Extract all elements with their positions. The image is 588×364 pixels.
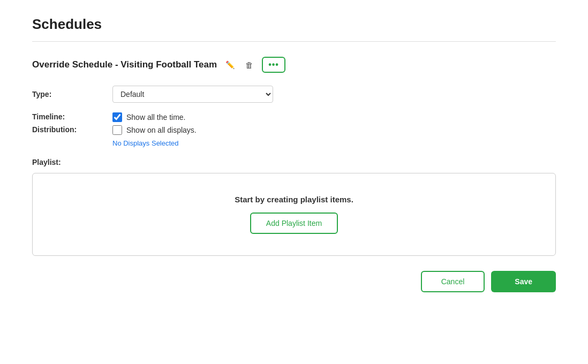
timeline-row: Timeline: Show all the time. (32, 112, 556, 122)
add-playlist-item-button[interactable]: Add Playlist Item (250, 213, 338, 234)
page-container: Schedules Override Schedule - Visiting F… (0, 0, 588, 308)
edit-schedule-button[interactable]: ✏️ (223, 58, 237, 71)
action-buttons: Cancel Save (32, 271, 556, 292)
more-dots-icon: ••• (268, 60, 279, 70)
playlist-empty-message: Start by creating playlist items. (235, 195, 353, 204)
timeline-label: Timeline: (32, 112, 112, 121)
distribution-checkbox-label: Show on all displays. (126, 126, 197, 134)
delete-schedule-button[interactable]: 🗑 (243, 58, 255, 72)
type-row: Type: Default Custom Override (32, 86, 556, 103)
playlist-section: Playlist: Start by creating playlist ite… (32, 158, 556, 256)
save-button[interactable]: Save (491, 271, 556, 292)
type-label: Type: (32, 90, 112, 98)
page-divider (32, 41, 556, 42)
type-select[interactable]: Default Custom Override (112, 86, 273, 103)
trash-icon: 🗑 (245, 60, 253, 70)
playlist-label: Playlist: (32, 158, 556, 166)
timeline-checkbox-label: Show all the time. (126, 113, 186, 122)
page-title: Schedules (32, 16, 556, 33)
timeline-checkbox[interactable] (112, 112, 122, 122)
pencil-icon: ✏️ (225, 60, 235, 69)
timeline-checkbox-container: Show all the time. (112, 112, 186, 122)
distribution-checkbox[interactable] (112, 125, 122, 135)
distribution-row: Distribution: Show on all displays. (32, 125, 556, 135)
distribution-checkbox-container: Show on all displays. (112, 125, 197, 135)
distribution-label: Distribution: (32, 125, 112, 134)
no-displays-link[interactable]: No Displays Selected (112, 139, 556, 147)
playlist-box: Start by creating playlist items. Add Pl… (32, 173, 556, 256)
cancel-button[interactable]: Cancel (421, 271, 485, 292)
schedule-header: Override Schedule - Visiting Football Te… (32, 57, 556, 73)
schedule-name: Override Schedule - Visiting Football Te… (32, 59, 217, 70)
more-options-button[interactable]: ••• (262, 57, 285, 73)
